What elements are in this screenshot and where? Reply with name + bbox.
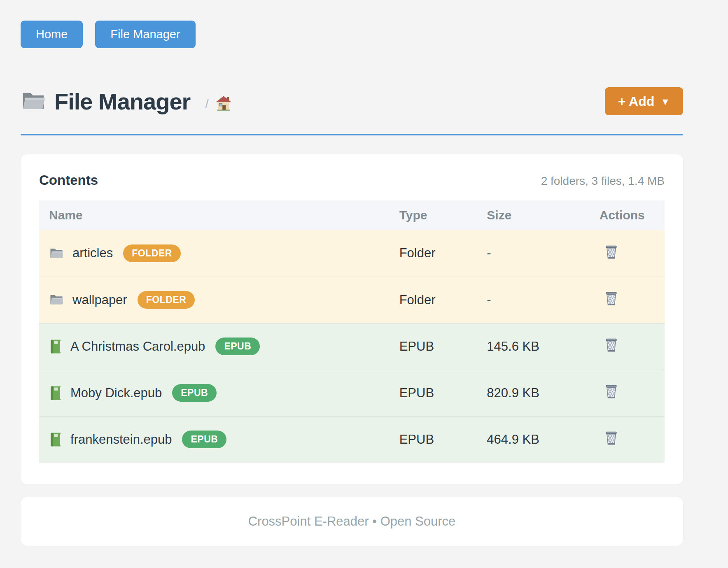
folder-icon: [49, 293, 64, 306]
file-name: A Christmas Carol.epub: [70, 339, 205, 354]
add-button[interactable]: + Add ▼: [605, 87, 683, 115]
type-cell: Folder: [390, 277, 477, 323]
type-cell: EPUB: [390, 416, 477, 463]
top-nav: Home File Manager: [21, 21, 683, 48]
name-cell: Moby Dick.epub EPUB: [49, 384, 380, 402]
table-row[interactable]: A Christmas Carol.epub EPUB EPUB 145.6 K…: [39, 323, 665, 370]
contents-card: Contents 2 folders, 3 files, 1.4 MB Name…: [21, 154, 683, 484]
trash-icon: [604, 338, 618, 353]
file-name: articles: [72, 246, 113, 261]
trash-icon: [604, 291, 618, 306]
type-cell: EPUB: [390, 323, 477, 370]
book-icon: [49, 339, 62, 354]
delete-button[interactable]: [604, 290, 619, 307]
delete-button[interactable]: [604, 383, 619, 400]
name-cell: wallpaper FOLDER: [49, 291, 380, 309]
column-header-actions: Actions: [590, 200, 665, 230]
contents-title: Contents: [39, 172, 98, 188]
breadcrumb-separator: /: [205, 97, 209, 112]
page: Home File Manager File Manager / + Add: [0, 0, 728, 546]
column-header-size: Size: [477, 200, 589, 230]
size-cell: 145.6 KB: [477, 323, 589, 370]
size-cell: 464.9 KB: [477, 416, 589, 463]
contents-header: Contents 2 folders, 3 files, 1.4 MB: [39, 172, 665, 188]
file-name: Moby Dick.epub: [70, 386, 162, 400]
book-icon: [49, 432, 62, 447]
size-cell: -: [477, 277, 589, 323]
table-row[interactable]: wallpaper FOLDER Folder -: [39, 277, 665, 323]
size-cell: -: [477, 230, 589, 277]
trash-icon: [604, 431, 618, 446]
type-badge: EPUB: [172, 384, 217, 402]
file-name: frankenstein.epub: [70, 432, 172, 447]
file-name: wallpaper: [72, 293, 127, 307]
table-body: articles FOLDER Folder -: [39, 230, 665, 463]
table-row[interactable]: frankenstein.epub EPUB EPUB 464.9 KB: [39, 416, 665, 463]
name-cell: frankenstein.epub EPUB: [49, 431, 380, 448]
type-badge: FOLDER: [138, 291, 195, 309]
table-header-row: Name Type Size Actions: [39, 200, 665, 230]
column-header-name: Name: [39, 200, 390, 230]
nav-home-button[interactable]: Home: [21, 21, 83, 48]
type-badge: EPUB: [182, 431, 226, 448]
delete-button[interactable]: [604, 430, 619, 447]
table-row[interactable]: Moby Dick.epub EPUB EPUB 820.9 KB: [39, 370, 665, 416]
trash-icon: [604, 244, 618, 260]
name-cell: articles FOLDER: [49, 244, 380, 262]
folder-icon: [49, 247, 64, 260]
delete-button[interactable]: [604, 244, 619, 261]
size-cell: 820.9 KB: [477, 370, 589, 416]
home-breadcrumb-icon[interactable]: [215, 95, 232, 111]
table-row[interactable]: articles FOLDER Folder -: [39, 230, 665, 277]
column-header-type: Type: [390, 200, 477, 230]
header-divider: [21, 134, 683, 135]
trash-icon: [604, 384, 618, 399]
add-button-label: + Add: [618, 94, 655, 109]
type-cell: Folder: [390, 230, 477, 277]
file-table: Name Type Size Actions: [39, 200, 665, 463]
type-badge: FOLDER: [123, 244, 181, 262]
delete-button[interactable]: [604, 337, 619, 354]
folder-icon: [21, 90, 46, 112]
book-icon: [49, 386, 62, 400]
type-cell: EPUB: [390, 370, 477, 416]
footer-text: CrossPoint E-Reader • Open Source: [248, 514, 456, 528]
page-title: File Manager: [54, 88, 190, 115]
caret-down-icon: ▼: [660, 96, 670, 107]
footer: CrossPoint E-Reader • Open Source: [21, 497, 683, 546]
type-badge: EPUB: [215, 338, 260, 355]
name-cell: A Christmas Carol.epub EPUB: [49, 338, 380, 355]
page-header: File Manager / + Add ▼: [21, 87, 683, 115]
nav-file-manager-button[interactable]: File Manager: [95, 21, 195, 48]
contents-summary: 2 folders, 3 files, 1.4 MB: [541, 175, 665, 188]
